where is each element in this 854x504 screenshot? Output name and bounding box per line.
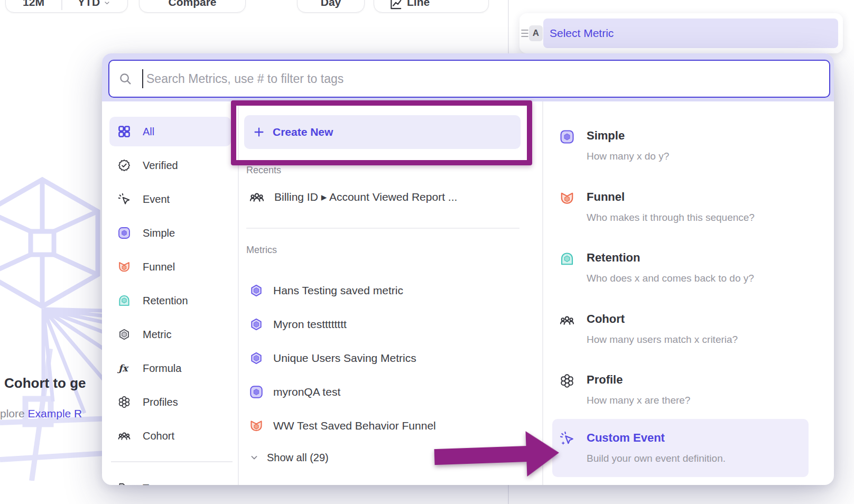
chevron-down-icon bbox=[103, 0, 111, 7]
sidebar-item-retention[interactable]: Retention bbox=[109, 286, 231, 315]
interval-day-button[interactable]: Day bbox=[297, 0, 365, 13]
chevron-down-icon bbox=[249, 452, 259, 463]
type-title: Profile bbox=[587, 371, 690, 389]
annotation-arrow bbox=[430, 424, 564, 487]
event-icon bbox=[117, 192, 131, 206]
metric-list-item[interactable]: Myron testttttttt bbox=[243, 310, 528, 339]
date-range-segmented-control[interactable]: 12M YTD bbox=[5, 0, 128, 13]
simple-icon bbox=[249, 385, 264, 399]
metric-list-item[interactable]: Unique Users Saving Metrics bbox=[243, 343, 528, 373]
sidebar-item-event[interactable]: Event bbox=[109, 184, 231, 214]
sidebar-item-label: Verified bbox=[143, 160, 178, 172]
funnel-icon bbox=[249, 418, 264, 433]
search-box[interactable] bbox=[108, 60, 830, 98]
sidebar-item-label: All bbox=[143, 126, 154, 138]
range-12m-button[interactable]: 12M bbox=[6, 0, 61, 8]
type-description: How many users match x criteria? bbox=[587, 330, 738, 350]
metrics-section-label: Metrics bbox=[246, 245, 277, 256]
select-metric-button[interactable]: Select Metric bbox=[543, 18, 838, 48]
metric-item-label: Hans Testing saved metric bbox=[273, 284, 403, 297]
sidebar-item-funnel[interactable]: Funnel bbox=[109, 252, 231, 282]
empty-state-headline-fragment: Cohort to ge bbox=[4, 375, 86, 391]
metric-list-item[interactable]: myronQA test bbox=[243, 377, 528, 407]
show-all-button[interactable]: Show all (29) bbox=[245, 447, 403, 468]
search-input[interactable] bbox=[145, 71, 829, 87]
sidebar-item-formula[interactable]: ƒx Formula bbox=[109, 353, 231, 383]
simple-icon bbox=[117, 226, 131, 240]
cohort-icon bbox=[249, 189, 265, 205]
sidebar-item-all[interactable]: All bbox=[109, 117, 231, 146]
sidebar-item-partial[interactable]: T bbox=[109, 473, 231, 485]
type-cohort[interactable]: CohortHow many users match x criteria? bbox=[552, 310, 809, 350]
sidebar-item-simple[interactable]: Simple bbox=[109, 218, 231, 248]
select-metric-label: Select Metric bbox=[550, 27, 614, 40]
metric-hex-icon bbox=[249, 283, 264, 298]
drag-handle-icon[interactable] bbox=[521, 26, 529, 40]
explore-text: plore bbox=[0, 407, 28, 419]
text-caret bbox=[142, 69, 143, 88]
middle-divider bbox=[246, 228, 519, 229]
cohort-icon bbox=[559, 312, 575, 328]
type-title: Custom Event bbox=[587, 429, 726, 447]
example-report-link[interactable]: Example R bbox=[28, 407, 82, 419]
sidebar-item-cohort[interactable]: Cohort bbox=[109, 421, 231, 451]
metric-hex-icon bbox=[249, 351, 264, 366]
type-description: Build your own event definition. bbox=[587, 449, 726, 469]
type-retention[interactable]: RetentionWho does x and comes back to do… bbox=[552, 249, 809, 288]
formula-icon: ƒx bbox=[117, 361, 131, 375]
annotation-highlight-rectangle bbox=[231, 100, 532, 165]
type-profile[interactable]: ProfileHow many x are there? bbox=[552, 371, 809, 410]
sidebar-item-label: T bbox=[143, 482, 149, 486]
metric-item-label: WW Test Saved Behavior Funnel bbox=[273, 419, 436, 432]
empty-state-subtext-fragment: plore Example R bbox=[0, 407, 82, 420]
range-ytd-button[interactable]: YTD bbox=[61, 0, 127, 8]
grid-icon bbox=[117, 125, 131, 138]
sidebar-item-label: Profiles bbox=[143, 396, 178, 408]
cohort-icon bbox=[117, 429, 131, 443]
recent-item[interactable]: Billing ID ▸ Account Viewed Report ... bbox=[243, 182, 528, 212]
retention-icon bbox=[117, 294, 131, 307]
line-chart-icon bbox=[389, 0, 403, 11]
type-title: Simple bbox=[587, 127, 669, 145]
sidebar-item-metric[interactable]: Metric bbox=[109, 320, 231, 349]
funnel-icon bbox=[117, 260, 131, 274]
type-custom-event[interactable]: Custom EventBuild your own event definit… bbox=[552, 429, 809, 469]
series-a-badge: A bbox=[529, 25, 543, 41]
type-title: Retention bbox=[587, 249, 754, 267]
metric-item-label: Myron testttttttt bbox=[273, 318, 347, 331]
app-canvas: { "toolbar": { "range_buttons": ["12M", … bbox=[0, 0, 854, 504]
type-description: How many x do y? bbox=[587, 146, 669, 166]
type-description: Who does x and comes back to do y? bbox=[587, 268, 754, 288]
sidebar-item-label: Retention bbox=[143, 295, 188, 307]
sidebar-divider bbox=[111, 461, 233, 462]
compare-button[interactable]: Compare bbox=[139, 0, 246, 13]
metric-hex-icon bbox=[249, 317, 264, 332]
tag-icon bbox=[117, 481, 131, 485]
recents-section-label: Recents bbox=[246, 165, 281, 176]
profiles-icon bbox=[559, 373, 575, 389]
sidebar-item-label: Event bbox=[143, 193, 170, 206]
sidebar-item-label: Formula bbox=[143, 362, 181, 375]
type-funnel[interactable]: FunnelWho makes it through this sequence… bbox=[552, 188, 809, 228]
metric-item-label: myronQA test bbox=[273, 386, 340, 398]
type-title: Cohort bbox=[587, 310, 738, 328]
search-icon bbox=[118, 71, 133, 86]
recent-item-label: Billing ID ▸ Account Viewed Report ... bbox=[274, 191, 457, 203]
simple-icon bbox=[559, 129, 575, 145]
sidebar-item-profiles[interactable]: Profiles bbox=[109, 387, 231, 417]
metric-item-label: Unique Users Saving Metrics bbox=[273, 352, 416, 365]
modal-header bbox=[102, 53, 834, 101]
type-simple[interactable]: SimpleHow many x do y? bbox=[552, 127, 809, 166]
type-title: Funnel bbox=[587, 188, 755, 206]
type-description: Who makes it through this sequence? bbox=[587, 208, 755, 228]
retention-icon bbox=[559, 251, 575, 267]
verified-icon bbox=[117, 158, 131, 172]
show-all-label: Show all (29) bbox=[267, 452, 329, 464]
metric-icon bbox=[117, 328, 131, 341]
chart-type-line-button[interactable]: Line bbox=[374, 0, 489, 13]
sidebar-item-verified[interactable]: Verified bbox=[109, 151, 231, 180]
metric-list-item[interactable]: Hans Testing saved metric bbox=[243, 276, 528, 305]
sidebar-item-label: Cohort bbox=[143, 430, 174, 442]
sidebar-item-label: Metric bbox=[143, 329, 171, 341]
metric-slot-card: A Select Metric bbox=[519, 13, 843, 53]
